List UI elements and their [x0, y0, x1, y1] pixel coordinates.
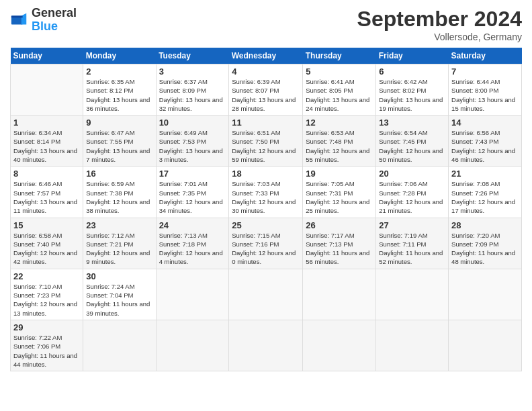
day-number: 4 — [232, 66, 300, 77]
calendar-cell: 30 Sunrise: 7:24 AM Sunset: 7:04 PM Dayl… — [83, 269, 156, 320]
day-number: 21 — [451, 169, 519, 179]
day-info: Sunrise: 6:41 AM Sunset: 8:05 PM Dayligh… — [306, 77, 373, 113]
day-info: Sunrise: 6:56 AM Sunset: 7:43 PM Dayligh… — [451, 128, 519, 164]
day-number: 29 — [13, 322, 80, 332]
day-info: Sunrise: 7:24 AM Sunset: 7:04 PM Dayligh… — [86, 282, 152, 318]
calendar-cell — [229, 320, 303, 371]
calendar-cell — [449, 269, 522, 320]
calendar-cell: 20 Sunrise: 7:06 AM Sunset: 7:28 PM Dayl… — [376, 167, 449, 218]
day-info: Sunrise: 7:10 AM Sunset: 7:23 PM Dayligh… — [13, 282, 80, 318]
day-info: Sunrise: 7:06 AM Sunset: 7:28 PM Dayligh… — [379, 179, 445, 215]
day-info: Sunrise: 7:03 AM Sunset: 7:33 PM Dayligh… — [232, 179, 300, 215]
calendar-cell: 1 Sunrise: 6:34 AM Sunset: 8:14 PM Dayli… — [11, 116, 83, 167]
day-number: 6 — [379, 66, 445, 77]
day-number: 18 — [232, 169, 300, 179]
calendar-row: 1 Sunrise: 6:34 AM Sunset: 8:14 PM Dayli… — [11, 116, 522, 167]
day-number: 5 — [306, 66, 373, 77]
calendar-cell — [303, 269, 376, 320]
day-info: Sunrise: 6:59 AM Sunset: 7:38 PM Dayligh… — [86, 179, 152, 215]
location-subtitle: Vollersode, Germany — [357, 32, 522, 42]
day-number: 7 — [451, 66, 519, 77]
page-header: General Blue September 2024 Vollersode, … — [10, 7, 522, 42]
calendar-cell: 12 Sunrise: 6:53 AM Sunset: 7:48 PM Dayl… — [303, 116, 376, 167]
calendar-cell: 24 Sunrise: 7:13 AM Sunset: 7:18 PM Dayl… — [156, 218, 229, 269]
day-number: 26 — [306, 220, 373, 230]
logo-general: General — [32, 7, 77, 20]
day-number: 28 — [451, 220, 519, 230]
svg-rect-2 — [11, 15, 23, 17]
calendar-cell: 6 Sunrise: 6:42 AM Sunset: 8:02 PM Dayli… — [376, 64, 449, 116]
calendar-cell: 11 Sunrise: 6:51 AM Sunset: 7:50 PM Dayl… — [229, 116, 303, 167]
logo-icon — [10, 11, 29, 30]
calendar-cell — [11, 64, 83, 116]
day-number: 10 — [159, 118, 226, 128]
day-number: 13 — [379, 118, 445, 128]
calendar-row: 8 Sunrise: 6:46 AM Sunset: 7:57 PM Dayli… — [11, 167, 522, 218]
day-number: 22 — [13, 271, 80, 281]
day-info: Sunrise: 6:42 AM Sunset: 8:02 PM Dayligh… — [379, 77, 445, 113]
title-section: September 2024 Vollersode, Germany — [357, 7, 522, 42]
day-info: Sunrise: 6:44 AM Sunset: 8:00 PM Dayligh… — [451, 77, 519, 113]
calendar-cell: 13 Sunrise: 6:54 AM Sunset: 7:45 PM Dayl… — [376, 116, 449, 167]
calendar-row: 22 Sunrise: 7:10 AM Sunset: 7:23 PM Dayl… — [11, 269, 522, 320]
calendar-cell: 9 Sunrise: 6:47 AM Sunset: 7:55 PM Dayli… — [83, 116, 156, 167]
day-info: Sunrise: 7:12 AM Sunset: 7:21 PM Dayligh… — [86, 231, 152, 267]
day-info: Sunrise: 7:20 AM Sunset: 7:09 PM Dayligh… — [451, 231, 519, 267]
day-number: 19 — [306, 169, 373, 179]
day-number: 9 — [86, 118, 152, 128]
calendar-cell: 27 Sunrise: 7:19 AM Sunset: 7:11 PM Dayl… — [376, 218, 449, 269]
calendar-cell — [449, 320, 522, 371]
calendar-cell: 3 Sunrise: 6:37 AM Sunset: 8:09 PM Dayli… — [156, 64, 229, 116]
calendar-cell — [376, 320, 449, 371]
calendar-cell — [83, 320, 156, 371]
day-number: 23 — [86, 220, 152, 230]
day-info: Sunrise: 7:17 AM Sunset: 7:13 PM Dayligh… — [306, 231, 373, 267]
day-info: Sunrise: 7:15 AM Sunset: 7:16 PM Dayligh… — [232, 231, 300, 267]
calendar-cell: 19 Sunrise: 7:05 AM Sunset: 7:31 PM Dayl… — [303, 167, 376, 218]
day-info: Sunrise: 7:13 AM Sunset: 7:18 PM Dayligh… — [159, 231, 226, 267]
logo: General Blue — [10, 7, 77, 34]
day-info: Sunrise: 6:46 AM Sunset: 7:57 PM Dayligh… — [13, 179, 80, 215]
day-info: Sunrise: 7:19 AM Sunset: 7:11 PM Dayligh… — [379, 231, 445, 267]
calendar-cell: 17 Sunrise: 7:01 AM Sunset: 7:35 PM Dayl… — [156, 167, 229, 218]
page-container: General Blue September 2024 Vollersode, … — [0, 0, 532, 378]
day-info: Sunrise: 6:51 AM Sunset: 7:50 PM Dayligh… — [232, 128, 300, 164]
day-info: Sunrise: 7:22 AM Sunset: 7:06 PM Dayligh… — [13, 333, 80, 369]
day-number: 8 — [13, 169, 80, 179]
calendar-cell: 14 Sunrise: 6:56 AM Sunset: 7:43 PM Dayl… — [449, 116, 522, 167]
calendar-cell: 23 Sunrise: 7:12 AM Sunset: 7:21 PM Dayl… — [83, 218, 156, 269]
day-number: 20 — [379, 169, 445, 179]
calendar-cell — [156, 320, 229, 371]
calendar-row: 29 Sunrise: 7:22 AM Sunset: 7:06 PM Dayl… — [11, 320, 522, 371]
col-saturday: Saturday — [449, 48, 522, 64]
col-monday: Monday — [83, 48, 156, 64]
logo-blue: Blue — [32, 20, 77, 34]
calendar-cell: 5 Sunrise: 6:41 AM Sunset: 8:05 PM Dayli… — [303, 64, 376, 116]
calendar-cell: 18 Sunrise: 7:03 AM Sunset: 7:33 PM Dayl… — [229, 167, 303, 218]
logo-text: General Blue — [32, 7, 77, 34]
calendar-cell — [303, 320, 376, 371]
day-number: 15 — [13, 220, 80, 230]
calendar-cell: 4 Sunrise: 6:39 AM Sunset: 8:07 PM Dayli… — [229, 64, 303, 116]
day-info: Sunrise: 6:34 AM Sunset: 8:14 PM Dayligh… — [13, 128, 80, 164]
day-info: Sunrise: 6:54 AM Sunset: 7:45 PM Dayligh… — [379, 128, 445, 164]
col-thursday: Thursday — [303, 48, 376, 64]
col-sunday: Sunday — [11, 48, 83, 64]
day-info: Sunrise: 6:47 AM Sunset: 7:55 PM Dayligh… — [86, 128, 152, 164]
calendar-cell: 15 Sunrise: 6:58 AM Sunset: 7:40 PM Dayl… — [11, 218, 83, 269]
svg-marker-1 — [21, 13, 26, 25]
calendar-header-row: Sunday Monday Tuesday Wednesday Thursday… — [11, 48, 522, 64]
calendar-cell: 2 Sunrise: 6:35 AM Sunset: 8:12 PM Dayli… — [83, 64, 156, 116]
day-number: 25 — [232, 220, 300, 230]
day-info: Sunrise: 6:53 AM Sunset: 7:48 PM Dayligh… — [306, 128, 373, 164]
day-info: Sunrise: 6:35 AM Sunset: 8:12 PM Dayligh… — [86, 77, 152, 113]
day-number: 12 — [306, 118, 373, 128]
day-info: Sunrise: 7:05 AM Sunset: 7:31 PM Dayligh… — [306, 179, 373, 215]
day-number: 16 — [86, 169, 152, 179]
calendar-row: 2 Sunrise: 6:35 AM Sunset: 8:12 PM Dayli… — [11, 64, 522, 116]
calendar-cell: 26 Sunrise: 7:17 AM Sunset: 7:13 PM Dayl… — [303, 218, 376, 269]
day-number: 24 — [159, 220, 226, 230]
calendar-cell: 28 Sunrise: 7:20 AM Sunset: 7:09 PM Dayl… — [449, 218, 522, 269]
calendar-cell: 22 Sunrise: 7:10 AM Sunset: 7:23 PM Dayl… — [11, 269, 83, 320]
day-number: 1 — [13, 118, 80, 128]
